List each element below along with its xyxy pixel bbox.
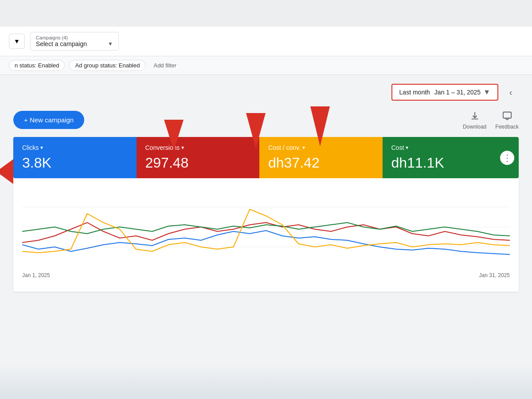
top-bar: ▼ Campaigns (4) Select a campaign ▼ <box>0 27 532 56</box>
main-content: Last month Jan 1 – 31, 2025 ▼ ‹ + New ca… <box>0 75 532 301</box>
annotation-arrow-3 <box>310 106 330 146</box>
annotation-arrow-1 <box>164 120 184 151</box>
performance-chart <box>22 187 510 267</box>
date-select[interactable]: Jan 1 – 31, 2025 ▼ <box>434 88 490 96</box>
stat-clicks[interactable]: Clicks ▾ 3.8K <box>13 137 137 178</box>
campaign-chevron-icon: ▼ <box>108 41 113 47</box>
download-label: Download <box>463 124 486 130</box>
annotation-arrow-2 <box>246 113 266 149</box>
metrics-card: Clicks ▾ 3.8K Conversions ▾ 297.48 Cost … <box>13 137 519 292</box>
campaign-select[interactable]: Campaigns (4) Select a campaign ▼ <box>30 32 119 51</box>
feedback-icon <box>501 110 513 122</box>
new-campaign-button[interactable]: + New campaign <box>13 111 84 129</box>
toolbar-actions: Download Feedback <box>463 110 519 130</box>
left-arrow-indicator <box>0 159 13 184</box>
date-range-section: Last month Jan 1 – 31, 2025 ▼ ‹ <box>13 84 519 101</box>
date-label: Last month <box>399 89 430 96</box>
feedback-label: Feedback <box>495 124 519 130</box>
stat-conversions-value: 297.48 <box>145 155 251 171</box>
toolbar-row: + New campaign Download Feedback <box>13 110 519 130</box>
filter-bar: n status: Enabled Ad group status: Enabl… <box>0 56 532 75</box>
campaign-select-label: Campaigns (4) <box>36 35 113 40</box>
stat-cost-value: dh11.1K <box>391 155 497 171</box>
account-select[interactable]: ▼ <box>9 34 25 49</box>
stat-clicks-value: 3.8K <box>22 155 128 171</box>
stat-cost-conv-value: dh37.42 <box>268 155 374 171</box>
filter-chip-adgroup[interactable]: Ad group status: Enabled <box>69 60 145 71</box>
svg-rect-0 <box>503 112 511 118</box>
clicks-chevron-icon: ▾ <box>40 145 43 151</box>
filter-chip-status[interactable]: n status: Enabled <box>9 60 65 71</box>
new-campaign-label: + New campaign <box>24 116 74 124</box>
feedback-action[interactable]: Feedback <box>495 110 519 130</box>
download-action[interactable]: Download <box>463 110 486 130</box>
chart-container: Jan 1, 2025 Jan 31, 2025 <box>13 178 519 292</box>
stat-clicks-label: Clicks ▾ <box>22 144 128 151</box>
nav-prev-button[interactable]: ‹ <box>503 84 519 100</box>
date-range-box[interactable]: Last month Jan 1 – 31, 2025 ▼ <box>391 84 498 101</box>
date-value: Jan 1 – 31, 2025 <box>434 89 481 96</box>
stat-conversions[interactable]: Conversions ▾ 297.48 <box>137 137 260 178</box>
account-select-chevron: ▼ <box>14 38 20 45</box>
download-icon <box>469 110 481 122</box>
stat-conversions-label: Conversions ▾ <box>145 144 251 151</box>
chart-end-date: Jan 31, 2025 <box>479 272 510 278</box>
chart-start-date: Jan 1, 2025 <box>22 272 50 278</box>
more-options-button[interactable]: ⋮ <box>500 151 514 165</box>
add-filter-button[interactable]: Add filter <box>150 60 180 70</box>
chart-dates: Jan 1, 2025 Jan 31, 2025 <box>22 272 510 278</box>
campaign-select-value: Select a campaign ▼ <box>36 40 113 47</box>
cost-conv-chevron-icon: ▾ <box>302 145 305 151</box>
date-chevron-icon: ▼ <box>483 88 490 96</box>
stats-row: Clicks ▾ 3.8K Conversions ▾ 297.48 Cost … <box>13 137 519 178</box>
stat-cost[interactable]: Cost ▾ dh11.1K <box>383 137 519 178</box>
cost-chevron-icon: ▾ <box>406 145 408 151</box>
stat-cost-label: Cost ▾ <box>391 144 497 151</box>
